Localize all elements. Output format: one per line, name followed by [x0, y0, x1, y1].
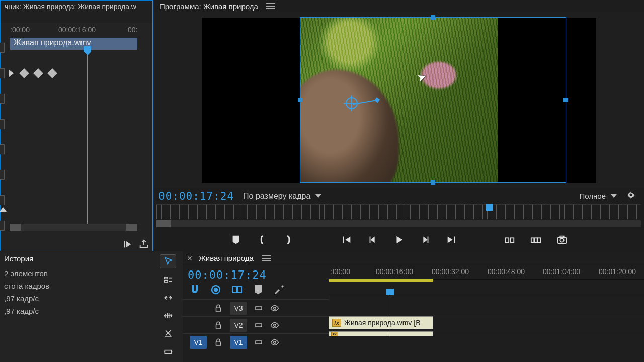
svg-rect-0	[505, 238, 508, 242]
timeline-timecode[interactable]: 00:00:17:24	[183, 265, 329, 283]
program-timecode[interactable]: 00:00:17:24	[158, 190, 234, 202]
fx-badge-icon[interactable]: fx	[332, 319, 341, 327]
svg-rect-21	[216, 342, 221, 345]
timeline-settings-icon[interactable]	[273, 284, 285, 295]
track-lane[interactable]: fx	[329, 331, 644, 337]
eye-icon[interactable]	[270, 321, 279, 330]
marker-icon[interactable]	[252, 284, 264, 295]
mark-in-button[interactable]	[229, 234, 243, 245]
keyframe-marker[interactable]	[33, 68, 43, 78]
effect-playhead[interactable]	[87, 51, 88, 227]
program-title: Программа: Живая природа	[159, 2, 258, 11]
chevron-down-icon	[315, 194, 321, 198]
lock-icon[interactable]	[214, 338, 223, 347]
snap-icon[interactable]	[189, 284, 201, 295]
effect-row-toggle[interactable]	[0, 43, 5, 53]
effect-row-toggle[interactable]	[0, 221, 5, 231]
effect-row-toggle[interactable]	[0, 195, 5, 205]
export-frame-button[interactable]	[555, 234, 569, 245]
lock-icon[interactable]	[214, 321, 223, 330]
razor-tool[interactable]	[160, 327, 176, 341]
timeline-tools	[153, 251, 183, 362]
history-panel: История 2 элементов стота кадров ,97 кад…	[0, 251, 153, 362]
lift-button[interactable]	[503, 234, 517, 245]
svg-point-6	[560, 238, 564, 242]
play-button[interactable]	[392, 234, 406, 245]
export-frame-icon[interactable]	[138, 239, 149, 248]
track-lane[interactable]	[329, 297, 644, 314]
program-time-ruler[interactable]	[156, 204, 641, 219]
track-select-tool[interactable]	[160, 273, 176, 287]
sync-lock-icon[interactable]	[254, 321, 263, 330]
slip-tool[interactable]	[160, 345, 176, 359]
ripple-edit-tool[interactable]	[160, 291, 176, 305]
timeline-ruler[interactable]: :00:00 00:00:16:00 00:00:32:00 00:00:48:…	[329, 265, 644, 280]
settings-icon[interactable]	[626, 190, 636, 202]
track-target[interactable]: V1	[190, 336, 207, 349]
effect-row-toggle[interactable]	[0, 119, 5, 129]
close-tab-icon[interactable]: ✕	[187, 254, 193, 262]
effect-row-toggle[interactable]	[0, 94, 5, 104]
program-viewport[interactable]: ➤	[202, 18, 596, 183]
svg-rect-18	[216, 325, 221, 328]
track-header[interactable]: V2	[183, 316, 329, 333]
step-forward-button[interactable]	[418, 234, 432, 245]
add-marker-icon[interactable]	[231, 284, 243, 295]
track-label[interactable]: V1	[230, 336, 247, 349]
sequence-tab[interactable]: Живая природа	[199, 254, 254, 262]
keyframe-prev-button[interactable]	[9, 69, 14, 77]
effect-ruler[interactable]: :00:00 00:00:16:00 00:	[8, 23, 148, 37]
selection-tool[interactable]	[160, 254, 176, 268]
keyframe-marker[interactable]	[47, 68, 57, 78]
timeline-clip[interactable]: fx	[329, 331, 433, 336]
resolution-dropdown[interactable]: Полное	[579, 192, 617, 200]
program-zoom-scrollbar[interactable]	[156, 220, 641, 227]
panel-menu-icon[interactable]	[262, 255, 271, 261]
source-tab-title[interactable]: чник: Живая природа: Живая природа.w	[1, 1, 152, 13]
sync-lock-icon[interactable]	[254, 304, 263, 313]
history-row[interactable]: ,97 кадр/с	[4, 292, 149, 305]
track-label[interactable]: V3	[230, 302, 247, 315]
effect-row-toggle[interactable]	[0, 68, 5, 78]
panel-menu-icon[interactable]	[266, 3, 275, 9]
svg-rect-10	[165, 350, 171, 354]
motion-selection-box[interactable]	[300, 17, 566, 183]
track-lane[interactable]	[329, 280, 644, 297]
linked-selection-icon[interactable]	[210, 284, 222, 295]
lock-icon[interactable]	[214, 304, 223, 313]
sync-lock-icon[interactable]	[254, 338, 263, 347]
track-lane[interactable]: fx Живая природа.wmv [В	[329, 314, 644, 331]
svg-rect-22	[256, 341, 262, 344]
goto-out-button[interactable]	[444, 234, 458, 245]
chevron-down-icon	[611, 194, 617, 198]
track-label[interactable]: V2	[230, 319, 247, 332]
step-back-button[interactable]	[366, 234, 380, 245]
track-header[interactable]: V3	[183, 299, 329, 316]
fx-badge-icon[interactable]: fx	[331, 331, 338, 336]
svg-rect-13	[232, 287, 236, 293]
rate-stretch-tool[interactable]	[160, 309, 176, 323]
zoom-level-dropdown[interactable]: По размеру кадра	[243, 192, 321, 201]
history-row[interactable]: стота кадров	[4, 280, 149, 292]
timeline-clip[interactable]: fx Живая природа.wmv [В	[329, 316, 433, 329]
eye-icon[interactable]	[270, 338, 279, 347]
track-header[interactable]: V1 V1	[183, 333, 329, 350]
mark-clip-in-button[interactable]	[255, 234, 269, 245]
history-row[interactable]: ,97 кадр/с	[4, 305, 149, 317]
extract-button[interactable]	[529, 234, 543, 245]
effect-row-toggle[interactable]	[0, 144, 5, 154]
program-playhead[interactable]	[486, 204, 493, 211]
effect-scrollbar[interactable]	[10, 224, 137, 231]
expand-caret-icon[interactable]	[0, 207, 7, 212]
svg-rect-4	[537, 238, 540, 242]
svg-rect-15	[216, 308, 221, 311]
effect-controls-timeline[interactable]: :00:00 00:00:16:00 00: Живая природа.wmv	[1, 23, 152, 251]
mark-clip-out-button[interactable]	[281, 234, 295, 245]
history-row[interactable]: 2 элементов	[4, 267, 149, 280]
eye-icon[interactable]	[270, 304, 279, 313]
keyframe-marker[interactable]	[19, 68, 29, 78]
effect-clip-name[interactable]: Живая природа.wmv	[10, 38, 137, 50]
loop-playback-icon[interactable]	[122, 239, 133, 248]
goto-in-button[interactable]	[340, 234, 354, 245]
effect-row-toggle[interactable]	[0, 170, 5, 180]
